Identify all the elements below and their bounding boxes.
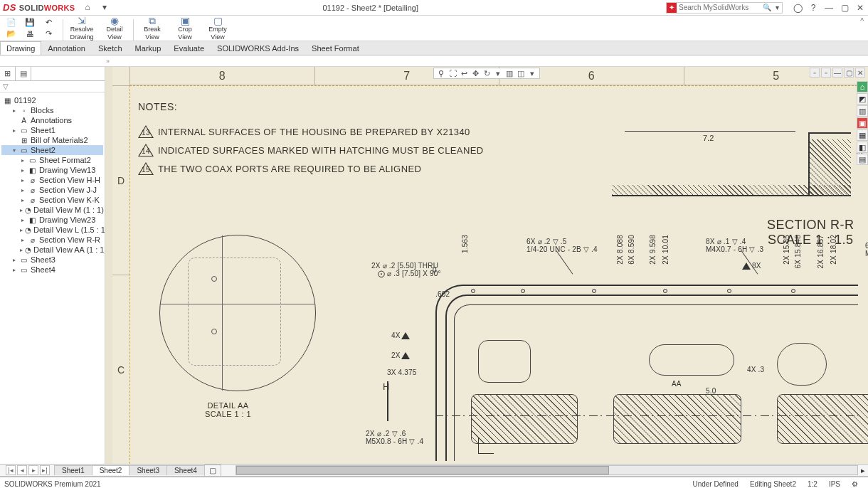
sheet-prev-icon[interactable]: ◂: [17, 465, 27, 475]
sheet-tab[interactable]: Sheet2: [92, 465, 130, 475]
tree-item[interactable]: ▸◧Drawing View23: [1, 215, 103, 225]
tree-item[interactable]: ▸▭Sheet1: [1, 125, 103, 135]
add-sheet-button[interactable]: ▢: [204, 465, 221, 476]
taskpane-palette-icon[interactable]: ▦: [857, 129, 868, 141]
save-button[interactable]: 💾: [23, 17, 37, 28]
help-icon[interactable]: ?: [808, 3, 818, 13]
sheet-tab[interactable]: Sheet3: [129, 465, 167, 475]
zoom-area-icon[interactable]: ⛶: [448, 68, 457, 78]
taskpane-home-icon[interactable]: ⌂: [857, 81, 868, 92]
title-bar: DS SOLIDWORKS 01192 - Sheet2 * [Detailin…: [0, 0, 868, 16]
new-file-button[interactable]: 📄: [4, 17, 18, 28]
maximize-icon[interactable]: ▢: [840, 3, 850, 13]
feature-tree[interactable]: ▦01192 ▸▫BlocksAAnnotations▸▭Sheet1⊞Bill…: [0, 92, 105, 464]
detail-view-aa[interactable]: [159, 235, 316, 391]
tree-item[interactable]: ▸⌀Section View J-J: [1, 185, 103, 195]
taskpane-explorer-icon[interactable]: ▣: [857, 117, 868, 129]
panel-tab-spacer: [31, 67, 105, 80]
edit-appearance-icon[interactable]: ▾: [527, 68, 537, 78]
ord-1585: 2X 15.85: [783, 235, 790, 266]
sheet-last-icon[interactable]: ▸|: [40, 465, 50, 475]
print-button[interactable]: 🖶: [23, 28, 37, 39]
empty-view-button[interactable]: ▢EmptyView: [202, 17, 233, 39]
search-icon[interactable]: 🔍: [762, 3, 772, 13]
tab-markup[interactable]: Markup: [129, 41, 168, 55]
tree-item[interactable]: ▸◔Detail View AA (1 : 1): [1, 245, 103, 255]
doc-max-icon[interactable]: ▢: [844, 68, 854, 78]
zoom-fit-icon[interactable]: ⚲: [436, 68, 446, 78]
tree-item[interactable]: ▸▭Sheet4: [1, 265, 103, 275]
taskpane-library-icon[interactable]: ▥: [857, 105, 868, 117]
rotate-icon[interactable]: ↻: [482, 68, 492, 78]
doc-tile-icon[interactable]: ▫: [810, 68, 820, 78]
doc-cascade-icon[interactable]: ▫: [821, 68, 831, 78]
taskpane-custom-icon[interactable]: ▤: [857, 154, 868, 165]
property-tab-icon[interactable]: ▤: [16, 67, 31, 80]
resolve-drawing-button[interactable]: ⇲ResolveDrawing: [66, 17, 97, 39]
open-file-button[interactable]: 📂: [4, 28, 18, 39]
home-icon[interactable]: ⌂: [81, 1, 94, 13]
search-box[interactable]: ✦ 🔍 ▾: [666, 2, 783, 14]
search-dropdown-icon[interactable]: ▾: [772, 3, 782, 13]
tab-drawing[interactable]: Drawing: [0, 41, 41, 55]
tree-item[interactable]: ▾▭Sheet2: [1, 145, 103, 155]
tree-item[interactable]: ▸⌀Section View R-R: [1, 235, 103, 245]
break-view-button[interactable]: ⧉BreakView: [137, 17, 168, 39]
ord-16857: 2X 16.857: [817, 235, 825, 270]
status-gear-icon[interactable]: ⚙: [852, 480, 858, 488]
tab-sketch[interactable]: Sketch: [92, 41, 129, 55]
user-icon[interactable]: ◯: [793, 3, 803, 13]
undo-button[interactable]: ↶: [41, 17, 55, 28]
qa-dropdown-icon[interactable]: ▾: [98, 1, 111, 13]
section-view-rr[interactable]: 7.2 32 32 SECTION R-R SCALE 1 : 1.5 15: [575, 118, 858, 218]
callout-6x: 6X ⌀ .2 ▽ .51/4-20 UNC - 2B ▽ .4: [526, 238, 598, 253]
tab-sheet-format[interactable]: Sheet Format: [305, 41, 366, 55]
scroll-right-icon[interactable]: ▸: [858, 466, 868, 475]
detail-view-button[interactable]: ◉DetailView: [99, 17, 130, 39]
taskpane-resources-icon[interactable]: ◩: [857, 93, 868, 105]
tab-evaluate[interactable]: Evaluate: [167, 41, 211, 55]
tab-addins[interactable]: SOLIDWORKS Add-Ins: [211, 41, 305, 55]
display-style-icon[interactable]: ▥: [504, 68, 514, 78]
tree-item[interactable]: ▸⌀Section View K-K: [1, 195, 103, 205]
tree-item[interactable]: ▸▭Sheet3: [1, 255, 103, 265]
ribbon-collapse-icon[interactable]: ^: [860, 17, 864, 25]
feature-tree-tab-icon[interactable]: ⊞: [0, 67, 16, 80]
tree-root[interactable]: ▦01192: [1, 95, 103, 105]
taskpane-appearance-icon[interactable]: ◧: [857, 142, 868, 153]
sheet-tab[interactable]: Sheet4: [166, 465, 205, 475]
tree-item[interactable]: ▸⌀Section View H-H: [1, 175, 103, 185]
tree-item[interactable]: ▸◔Detail View L (1.5 : 1): [1, 225, 103, 235]
zoom-prev-icon[interactable]: ↩: [459, 68, 469, 78]
crop-view-button[interactable]: ▣CropView: [169, 17, 201, 39]
tree-item[interactable]: ▸◧Drawing View13: [1, 165, 103, 175]
dim-5-0: 5.0: [706, 387, 716, 395]
main-drawing-view[interactable]: 6X ⌀ .2 ▽ .51/4-20 UNC - 2B ▽ .4 8X ⌀ .1…: [393, 275, 858, 461]
minimize-icon[interactable]: —: [824, 3, 834, 13]
panel-pin-icon[interactable]: »: [106, 58, 110, 65]
tree-item[interactable]: AAnnotations: [1, 115, 103, 125]
horizontal-scrollbar-thumb[interactable]: [236, 466, 609, 474]
dim-1563: 1.563: [461, 235, 469, 255]
sheet-tab[interactable]: Sheet1: [54, 465, 92, 475]
pan-icon[interactable]: ✥: [470, 68, 480, 78]
hide-show-icon[interactable]: ◫: [516, 68, 526, 78]
tree-item[interactable]: ▸◔Detail View M (1 : 1): [1, 205, 103, 215]
view-orient-icon[interactable]: ▾: [493, 68, 503, 78]
doc-min-icon[interactable]: —: [832, 68, 842, 78]
close-icon[interactable]: ✕: [855, 3, 865, 13]
ord-8088: 2X 8.088: [616, 235, 624, 266]
tree-item[interactable]: ▸▫Blocks: [1, 105, 103, 115]
search-input[interactable]: [677, 4, 762, 11]
doc-close-icon[interactable]: ✕: [855, 68, 865, 78]
sheet-first-icon[interactable]: |◂: [6, 465, 16, 475]
status-scale[interactable]: 1:2: [808, 480, 817, 488]
tree-item[interactable]: ⊞Bill of Materials2: [1, 135, 103, 145]
drawing-canvas[interactable]: ⚲ ⛶ ↩ ✥ ↻ ▾ ▥ ◫ ▾ ▫ ▫ — ▢ ✕ ⌂ ◩ ▥ ▣ ▦ ◧ …: [105, 67, 868, 464]
status-units[interactable]: IPS: [829, 480, 840, 488]
redo-button[interactable]: ↷: [41, 28, 55, 39]
tab-annotation[interactable]: Annotation: [41, 41, 92, 55]
filter-icon[interactable]: ▽: [3, 83, 9, 90]
tree-item[interactable]: ▸▭Sheet Format2: [1, 155, 103, 165]
sheet-next-icon[interactable]: ▸: [28, 465, 38, 475]
